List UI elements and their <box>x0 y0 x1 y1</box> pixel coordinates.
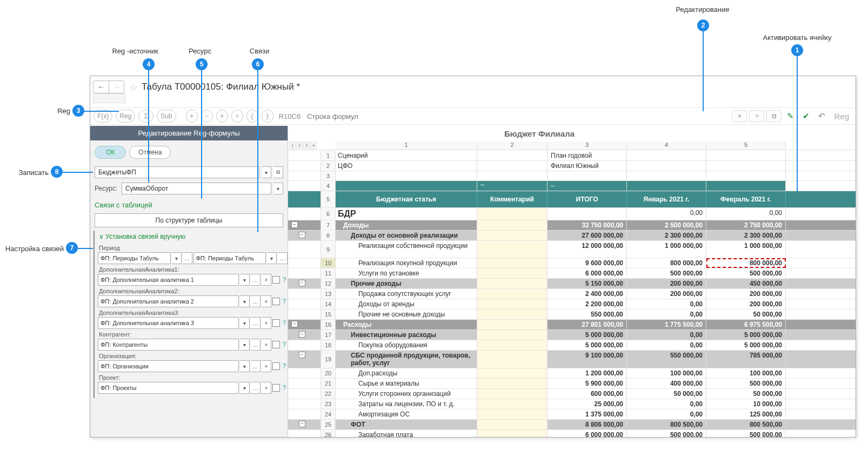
da1-x[interactable]: × <box>262 274 271 286</box>
outline-toggle[interactable]: − <box>291 221 298 228</box>
anno-7-badge: 7 <box>66 242 78 254</box>
manual-label: Установка связей вручную <box>105 233 185 240</box>
da1-input[interactable] <box>98 274 239 286</box>
ok-button[interactable]: ОК <box>95 146 126 159</box>
da2-input[interactable] <box>98 295 239 307</box>
proj-check[interactable] <box>272 384 280 392</box>
proj-dots[interactable]: … <box>251 382 261 394</box>
p1-dd[interactable]: ▾ <box>172 252 182 264</box>
da2-dd[interactable]: ▾ <box>240 295 250 307</box>
page-title: Табула T00000105: Филиал Южный * <box>142 82 300 92</box>
proj-dd[interactable]: ▾ <box>240 382 250 394</box>
outline-toggle[interactable]: − <box>291 321 298 327</box>
col-4[interactable]: 4 <box>627 142 706 150</box>
outline-level-4[interactable]: 4 <box>310 142 317 149</box>
resource-input[interactable] <box>122 183 271 194</box>
confirm-icon[interactable]: ✔ <box>799 110 813 123</box>
sigma-button[interactable]: Σ <box>138 110 153 123</box>
col-5[interactable]: 5 <box>706 142 786 150</box>
org-help[interactable]: ? <box>281 362 288 370</box>
p1-dots[interactable]: … <box>183 252 192 264</box>
minus-button[interactable]: − <box>201 110 213 123</box>
org-dd[interactable]: ▾ <box>240 360 250 372</box>
reg-formula-panel: Редактирование Reg-формулы ОК Отмена ▾ ⧉… <box>90 126 288 437</box>
da3-check[interactable] <box>272 319 280 327</box>
da1-dots[interactable]: … <box>251 274 261 286</box>
outline-toggle[interactable]: − <box>299 280 305 286</box>
ka-help[interactable]: ? <box>281 341 288 348</box>
back-button[interactable]: ← <box>94 81 109 93</box>
ka-check[interactable] <box>272 341 280 348</box>
source-input[interactable] <box>95 166 259 178</box>
outline-toggle[interactable]: − <box>299 232 305 238</box>
reg2-button[interactable]: Reg <box>831 110 852 123</box>
source-open[interactable]: ⧉ <box>273 166 283 178</box>
p2-dd[interactable]: ▾ <box>267 252 277 264</box>
plus-button[interactable]: + <box>186 110 198 123</box>
forward-button[interactable]: → <box>109 81 124 93</box>
favorite-icon[interactable]: ☆ <box>128 82 139 92</box>
da2-help[interactable]: ? <box>281 298 288 305</box>
mult-button[interactable]: × <box>216 110 228 123</box>
expand-icon[interactable]: ⧉ <box>766 110 782 122</box>
anno-7-label: Настройка связей <box>4 245 64 253</box>
da2-check[interactable] <box>272 298 280 305</box>
ka-input[interactable] <box>98 339 239 351</box>
ka-dots[interactable]: … <box>251 339 261 351</box>
by-structure-button[interactable]: По структуре таблицы <box>95 213 283 227</box>
outline-level-2[interactable]: 2 <box>296 142 303 149</box>
cancel-button[interactable]: Отмена <box>129 146 171 159</box>
org-dots[interactable]: … <box>251 360 261 372</box>
proj-input[interactable] <box>98 382 239 394</box>
proj-x[interactable]: × <box>262 382 271 394</box>
ka-label: Контрагент: <box>99 331 286 338</box>
resource-dropdown[interactable]: ▾ <box>273 183 283 194</box>
manual-expand[interactable]: ∨ Установка связей вручную <box>98 231 288 243</box>
outline-level-3[interactable]: 3 <box>303 142 310 149</box>
formula-toolbar: F(x) Reg Σ Sub + − × ÷ ( ) R10C6 × ÷ ⧉ ✎… <box>90 107 856 125</box>
org-label: Организация: <box>99 353 286 359</box>
grid-body[interactable]: 1СценарийПлан годовой2ЦФОФилиал Южный34–… <box>288 151 856 437</box>
da2-x[interactable]: × <box>262 295 271 307</box>
da2-dots[interactable]: … <box>251 295 261 307</box>
org-check[interactable] <box>272 362 280 370</box>
period1-input[interactable] <box>98 252 171 264</box>
period2-input[interactable] <box>193 252 266 264</box>
col-3[interactable]: 3 <box>547 142 627 150</box>
edit-icon[interactable]: ✎ <box>784 110 797 123</box>
da1-dd[interactable]: ▾ <box>240 274 250 286</box>
source-dropdown[interactable]: ▾ <box>262 166 271 178</box>
proj-label: Проект: <box>99 374 286 381</box>
org-input[interactable] <box>98 360 239 372</box>
clear-icon[interactable]: × <box>732 110 747 122</box>
lparen-button[interactable]: ( <box>246 110 258 123</box>
da1-check[interactable] <box>272 276 280 284</box>
proj-help[interactable]: ? <box>281 384 288 392</box>
da3-dots[interactable]: … <box>251 317 261 329</box>
div-button[interactable]: ÷ <box>231 110 243 123</box>
da3-help[interactable]: ? <box>281 319 288 327</box>
org-x[interactable]: × <box>262 360 271 372</box>
nav-buttons: ← → <box>93 80 124 93</box>
ka-dd[interactable]: ▾ <box>240 339 250 351</box>
outline-level-1[interactable]: 1 <box>289 142 296 149</box>
da2-label: ДополнительнаяАналитика2: <box>99 288 286 294</box>
divide-icon[interactable]: ÷ <box>749 110 764 122</box>
undo-icon[interactable]: ↶ <box>815 110 829 123</box>
ka-x[interactable]: × <box>262 339 271 351</box>
outline-toggle[interactable]: − <box>299 421 305 427</box>
sub-button[interactable]: Sub <box>157 110 176 123</box>
da3-x[interactable]: × <box>262 317 271 329</box>
outline-toggle[interactable]: − <box>299 331 305 338</box>
p2-dots[interactable]: … <box>278 252 288 264</box>
rparen-button[interactable]: ) <box>262 110 273 123</box>
anno-3-badge: 3 <box>72 105 84 117</box>
da1-help[interactable]: ? <box>281 276 288 284</box>
outline-toggle[interactable]: − <box>299 352 305 358</box>
anno-3-label: Reg <box>54 107 70 115</box>
formula-input[interactable] <box>304 112 729 120</box>
da3-dd[interactable]: ▾ <box>240 317 250 329</box>
col-2[interactable]: 2 <box>477 142 547 150</box>
col-1[interactable]: 1 <box>336 142 477 150</box>
da3-input[interactable] <box>98 317 239 329</box>
